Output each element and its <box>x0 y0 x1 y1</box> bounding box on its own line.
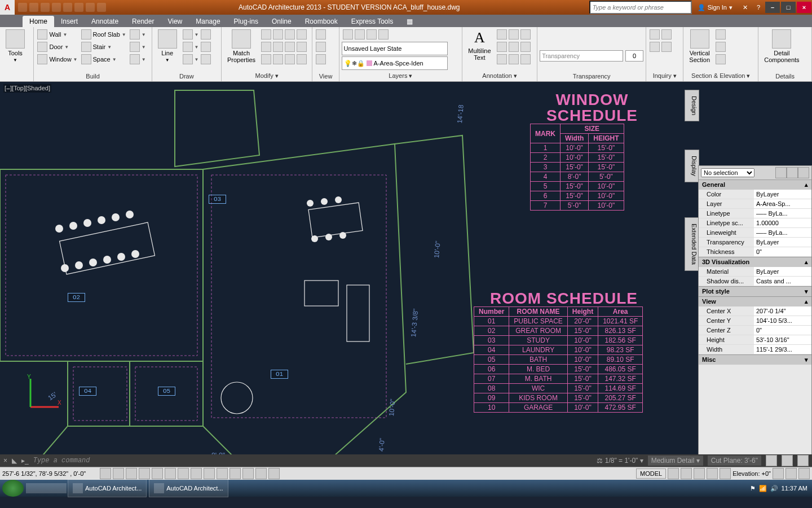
property-row[interactable]: Linetype sc...1.00000 <box>699 218 811 228</box>
sc-icon[interactable] <box>255 468 267 479</box>
property-row[interactable]: TransparencyByLayer <box>699 238 811 247</box>
close-button[interactable]: × <box>797 2 811 13</box>
hatch-icon[interactable] <box>183 54 193 64</box>
property-row[interactable]: Lineweight––– ByLa... <box>699 228 811 238</box>
tray-volume-icon[interactable]: 🔊 <box>770 485 778 492</box>
vtab-design[interactable]: Design <box>685 90 699 121</box>
tb-app-icon[interactable] <box>56 483 67 493</box>
cmd-close-icon[interactable]: × <box>3 457 7 465</box>
selection-combo[interactable]: No selection <box>701 168 754 177</box>
sb-r1-icon[interactable] <box>668 468 679 479</box>
annoscale-display[interactable]: ⚖ 1/8" = 1'-0" ▾ <box>597 457 643 465</box>
ann1-icon[interactable] <box>497 42 507 52</box>
sec3-icon[interactable] <box>716 54 726 64</box>
start-button[interactable] <box>2 480 24 497</box>
tab-online[interactable]: Online <box>265 16 298 27</box>
move-icon[interactable] <box>261 29 271 40</box>
roofslab-button[interactable]: Roof Slab▼ <box>80 28 127 41</box>
arc-icon[interactable] <box>183 29 193 40</box>
build-x1-icon[interactable] <box>130 29 140 40</box>
vtab-extended-data[interactable]: Extended Data <box>685 217 699 271</box>
rotate-icon[interactable] <box>285 29 295 40</box>
detail-level-combo[interactable]: Medium Detail ▾ <box>648 456 703 466</box>
grid-icon[interactable] <box>113 468 124 479</box>
tab-insert[interactable]: Insert <box>54 16 85 27</box>
ann2-icon[interactable] <box>509 42 519 52</box>
current-layer-combo[interactable]: 💡❄🔒 A-Area-Spce-Iden <box>342 56 448 70</box>
extend-icon[interactable] <box>297 42 307 52</box>
trim-icon[interactable] <box>297 29 307 40</box>
space-button[interactable]: Space▼ <box>80 53 127 65</box>
drawing-canvas[interactable]: [‒][Top][Shaded] <box>0 82 812 454</box>
scale-icon[interactable] <box>261 54 271 64</box>
qp-icon[interactable] <box>242 468 254 479</box>
layeroff-icon[interactable] <box>378 29 389 40</box>
ann6-icon[interactable] <box>520 54 531 64</box>
signin-button[interactable]: 👤 Sign In ▾ <box>692 4 738 11</box>
qat-saveas-icon[interactable] <box>52 3 61 12</box>
taskbar-item-2[interactable]: AutoCAD Architect... <box>149 479 228 497</box>
property-row[interactable]: Width115'-1 29/3... <box>699 345 811 354</box>
property-row[interactable]: Center Z0" <box>699 326 811 335</box>
polar-icon[interactable] <box>139 468 150 479</box>
layeriso-icon[interactable] <box>355 29 365 40</box>
prop-sec-3dvis[interactable]: 3D Visualization▴ <box>699 257 811 267</box>
window-button[interactable]: Window▼ <box>36 53 78 65</box>
property-row[interactable]: Height53'-10 3/16" <box>699 335 811 345</box>
tab-render[interactable]: Render <box>125 16 161 27</box>
help-icon[interactable]: ? <box>752 4 765 11</box>
mtext-button[interactable]: AMultiline Text <box>465 28 494 62</box>
minimize-button[interactable]: – <box>765 2 780 13</box>
tb-explorer-icon[interactable] <box>36 483 46 493</box>
sb-r4-icon[interactable] <box>707 468 718 479</box>
view1-icon[interactable] <box>316 29 326 40</box>
pline-icon[interactable] <box>201 29 211 40</box>
vertical-section-button[interactable]: Vertical Section <box>686 28 713 64</box>
property-row[interactable]: Center X207'-0 1/4" <box>699 306 811 316</box>
tray-network-icon[interactable]: 📶 <box>759 485 767 492</box>
cmd-recent-icon[interactable]: ◣ <box>12 457 17 465</box>
property-row[interactable]: Shadow dis...Casts and ... <box>699 277 811 286</box>
ducs-icon[interactable] <box>191 468 202 479</box>
inq2-icon[interactable] <box>661 29 672 40</box>
cutplane-display[interactable]: Cut Plane: 3'-6" <box>708 456 761 466</box>
sec2-icon[interactable] <box>716 42 726 52</box>
property-row[interactable]: MaterialByLayer <box>699 267 811 277</box>
otrack-icon[interactable] <box>178 468 189 479</box>
ellipse-icon[interactable] <box>201 54 211 64</box>
sb-r3-icon[interactable] <box>694 468 705 479</box>
view2-icon[interactable] <box>316 42 326 52</box>
circle-icon[interactable] <box>201 42 211 52</box>
ann5-icon[interactable] <box>509 54 519 64</box>
inq3-icon[interactable] <box>650 42 660 52</box>
tab-home[interactable]: Home <box>23 16 54 27</box>
prop-sec-misc[interactable]: Misc▾ <box>699 354 811 365</box>
prop-sec-view[interactable]: View▴ <box>699 296 811 306</box>
tools-button[interactable]: Tools▼ <box>2 28 28 64</box>
panel-layers-label[interactable]: Layers ▾ <box>342 72 460 80</box>
app-menu-icon[interactable]: A <box>0 0 15 15</box>
help-search-input[interactable] <box>589 1 692 14</box>
prop-select-icon[interactable] <box>798 167 809 178</box>
qat-open-icon[interactable] <box>29 3 38 12</box>
tab-view[interactable]: View <box>161 16 189 27</box>
elevation-display[interactable]: Elevation: +0" <box>732 470 771 477</box>
prop-sec-general[interactable]: General▴ <box>699 179 811 190</box>
model-button[interactable]: MODEL <box>636 468 666 479</box>
sb-r6-icon[interactable] <box>773 468 784 479</box>
panel-inquiry-label[interactable]: Inquiry ▾ <box>648 72 681 80</box>
qat-more-icon[interactable] <box>97 3 106 12</box>
layer-state-combo[interactable]: Unsaved Layer State <box>342 42 448 55</box>
property-row[interactable]: Thickness0" <box>699 247 811 257</box>
sb-r7-icon[interactable] <box>785 468 797 479</box>
tb-ie-icon[interactable] <box>26 483 36 493</box>
layerprop-icon[interactable] <box>343 29 353 40</box>
copy-icon[interactable] <box>273 29 283 40</box>
tag-icon[interactable] <box>520 29 531 40</box>
array-icon[interactable] <box>285 42 295 52</box>
ortho-icon[interactable] <box>126 468 137 479</box>
stair-button[interactable]: Stair▼ <box>80 41 127 53</box>
tray-flag-icon[interactable]: ⚑ <box>750 485 756 492</box>
qat-plot-icon[interactable] <box>63 3 72 12</box>
osnap-icon[interactable] <box>152 468 163 479</box>
